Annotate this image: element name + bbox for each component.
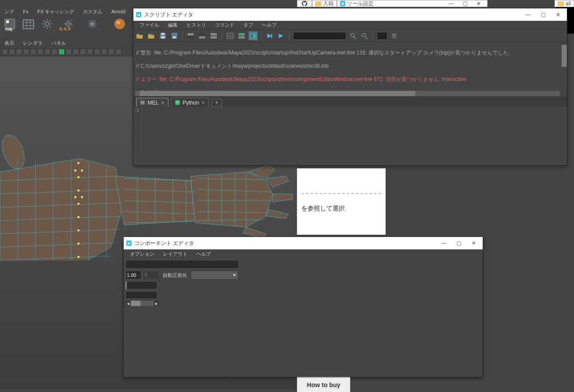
menu-item[interactable]: FX キャッシング bbox=[33, 8, 78, 15]
search-down-icon[interactable] bbox=[349, 31, 358, 40]
scroll-right-icon[interactable]: ▸ bbox=[154, 301, 159, 306]
import-svg-icon[interactable]: svg bbox=[4, 18, 16, 30]
menu-command[interactable]: コマンド bbox=[211, 22, 239, 28]
vp-icon[interactable] bbox=[37, 49, 43, 55]
vp-icon[interactable] bbox=[9, 49, 15, 55]
menu-help[interactable]: ヘルプ bbox=[258, 22, 281, 28]
svg-rect-27 bbox=[78, 176, 79, 178]
goto-field[interactable] bbox=[377, 32, 387, 40]
slider-field[interactable] bbox=[125, 281, 157, 289]
menu-item[interactable]: ング bbox=[0, 8, 19, 15]
sphere-icon[interactable] bbox=[113, 18, 126, 30]
close-button[interactable]: ✕ bbox=[468, 239, 480, 248]
filter-field[interactable] bbox=[125, 260, 239, 269]
open-icon[interactable] bbox=[135, 31, 144, 40]
vp-icon[interactable] bbox=[87, 49, 93, 55]
vp-icon[interactable] bbox=[30, 49, 36, 55]
close-tab-icon[interactable]: × bbox=[161, 100, 164, 106]
minimize-button[interactable]: ― bbox=[437, 239, 450, 248]
calendar-icon[interactable] bbox=[22, 18, 35, 30]
scroll-left-icon[interactable]: ◂ bbox=[125, 301, 131, 306]
vp-icon[interactable] bbox=[94, 49, 100, 55]
maximize-button[interactable]: ▢ bbox=[453, 239, 465, 248]
script-output[interactable]: // 警告: file: C:/Program Files/Autodesk/M… bbox=[133, 42, 567, 96]
echo-icon[interactable] bbox=[249, 31, 258, 40]
vp-icon[interactable] bbox=[2, 49, 8, 55]
light-icon[interactable] bbox=[41, 18, 53, 30]
maximize-icon[interactable]: ▢ bbox=[459, 0, 471, 7]
close-button[interactable]: ✕ bbox=[552, 10, 564, 19]
taskbar-folder-1[interactable]: 入稿 bbox=[312, 0, 337, 7]
menu-item[interactable]: Arnold bbox=[107, 9, 130, 14]
clear-input-icon[interactable] bbox=[198, 31, 207, 40]
vp-icon[interactable] bbox=[44, 49, 51, 55]
vp-icon[interactable] bbox=[80, 49, 86, 55]
menu-item[interactable]: Fx bbox=[19, 9, 33, 14]
vp-icon[interactable] bbox=[66, 49, 72, 55]
goto-line-icon[interactable] bbox=[390, 31, 399, 40]
weight-value-field[interactable] bbox=[125, 271, 141, 279]
clear-history-icon[interactable] bbox=[186, 31, 195, 40]
how-to-buy-tab[interactable]: How to buy bbox=[297, 377, 350, 392]
menu-item[interactable]: カスタム bbox=[78, 8, 107, 15]
vp-icon[interactable] bbox=[23, 49, 29, 55]
script-input[interactable]: 1 bbox=[133, 107, 567, 154]
titlebar[interactable]: M コンポーネント エディタ ― ▢ ✕ bbox=[124, 237, 483, 249]
svg-rect-40 bbox=[161, 36, 165, 39]
maximize-button[interactable]: ▢ bbox=[537, 10, 549, 19]
close-tab-icon[interactable]: × bbox=[202, 100, 205, 106]
svg-rect-55 bbox=[251, 35, 253, 37]
taskbar-github[interactable] bbox=[297, 0, 312, 7]
vp-icon[interactable] bbox=[115, 49, 121, 55]
menu-tab[interactable]: タブ bbox=[239, 22, 258, 28]
svg-rect-36 bbox=[74, 196, 76, 198]
search-up-icon[interactable] bbox=[360, 31, 369, 40]
menu-view[interactable]: 表示 bbox=[4, 40, 14, 47]
minimize-button[interactable]: ― bbox=[522, 10, 534, 19]
taskbar-tool-settings[interactable]: Mツール設定 ― ▢ ✕ bbox=[337, 0, 488, 7]
tab-python[interactable]: PPython× bbox=[171, 98, 209, 107]
show-history-icon[interactable] bbox=[226, 31, 234, 40]
svg-rect-28 bbox=[78, 190, 79, 191]
search-field[interactable] bbox=[293, 32, 346, 40]
execute-icon[interactable] bbox=[265, 31, 274, 40]
zero-field[interactable]: 0 bbox=[143, 271, 159, 279]
value-field[interactable] bbox=[125, 291, 157, 299]
vp-icon[interactable] bbox=[59, 49, 65, 55]
vp-icon[interactable] bbox=[108, 49, 114, 55]
tab-mel[interactable]: MMEL× bbox=[136, 98, 168, 107]
clear-all-icon[interactable] bbox=[209, 31, 218, 40]
source-icon[interactable] bbox=[147, 31, 156, 40]
menu-options[interactable]: オプション bbox=[125, 251, 159, 257]
maya-icon: M bbox=[340, 1, 345, 6]
save-icon[interactable] bbox=[158, 31, 167, 40]
menu-panel[interactable]: パネル bbox=[51, 40, 66, 47]
vp-icon[interactable] bbox=[16, 49, 22, 55]
freeze-icon[interactable] bbox=[86, 18, 98, 30]
vp-icon[interactable] bbox=[73, 49, 79, 55]
menu-file[interactable]: ファイル bbox=[135, 22, 164, 28]
svg-rect-45 bbox=[199, 33, 205, 35]
normalize-label: 自動正規化 bbox=[161, 272, 189, 279]
menu-edit[interactable]: 編集 bbox=[164, 22, 182, 28]
mini-scrollbar[interactable]: ◂ ▸ bbox=[125, 301, 481, 306]
save-to-shelf-icon[interactable] bbox=[170, 31, 179, 40]
vp-icon[interactable] bbox=[51, 49, 58, 55]
move-to-origin-icon[interactable]: 0, 0, 0 bbox=[59, 18, 80, 30]
menu-layout[interactable]: レイアウト bbox=[159, 251, 192, 257]
normalize-dropdown[interactable] bbox=[191, 271, 238, 279]
vertical-scrollbar[interactable] bbox=[562, 42, 567, 91]
menu-renderer[interactable]: レンダラ bbox=[23, 40, 43, 47]
add-tab-button[interactable]: + bbox=[211, 99, 222, 107]
show-both-icon[interactable] bbox=[237, 31, 246, 40]
minimize-icon[interactable]: ― bbox=[445, 0, 457, 7]
taskbar-folder-2[interactable]: all bbox=[554, 0, 574, 7]
vp-icon[interactable] bbox=[101, 49, 107, 55]
menu-help[interactable]: ヘルプ bbox=[192, 251, 215, 257]
titlebar[interactable]: M スクリプト エディタ ― ▢ ✕ bbox=[133, 8, 567, 21]
svg-rect-26 bbox=[78, 162, 79, 164]
execute-all-icon[interactable] bbox=[277, 31, 285, 40]
menu-history[interactable]: ヒストリ bbox=[182, 22, 211, 28]
close-icon[interactable]: ✕ bbox=[473, 0, 484, 7]
horizontal-scrollbar[interactable] bbox=[135, 91, 560, 96]
